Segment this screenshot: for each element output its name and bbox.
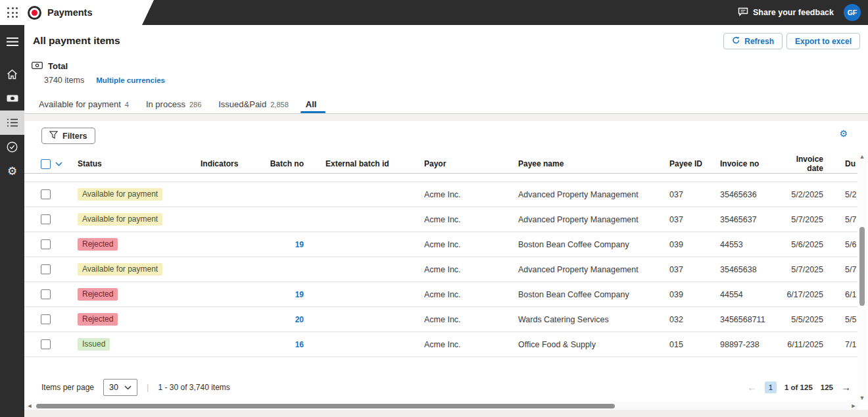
batch-no-link[interactable]: 19 [295, 290, 304, 299]
total-summary: Total 3740 items Multiple currencies [32, 61, 165, 85]
sidebar-menu-toggle[interactable] [0, 30, 24, 54]
tab-all[interactable]: All [301, 97, 326, 113]
sidebar-item-payment-items[interactable] [0, 110, 24, 135]
batch-no-link[interactable]: 20 [295, 315, 304, 324]
status-badge: Rejected [78, 238, 118, 251]
app-logo-icon [28, 6, 41, 20]
cell-invoice-no: 3456568711 [720, 307, 779, 332]
col-payee-name[interactable]: Payee name [518, 155, 669, 174]
row-checkbox[interactable] [41, 239, 51, 249]
table-body: Available for payment Acme Inc. Advanced… [24, 182, 857, 357]
refresh-button[interactable]: Refresh [723, 33, 783, 49]
vertical-scrollbar[interactable]: ▲ ▼ [857, 153, 867, 402]
user-avatar[interactable]: GF [844, 4, 861, 21]
cell-invoice-no: 35465636 [720, 182, 779, 207]
prev-page-arrow[interactable]: ← [747, 382, 757, 392]
cell-invoice-no: 35465637 [720, 207, 779, 232]
total-label: Total [48, 61, 68, 71]
sidebar-item-payments[interactable] [0, 86, 24, 110]
cell-payee-id: 039 [669, 232, 720, 257]
cell-external-batch-id [309, 232, 424, 257]
next-page-arrow[interactable]: → [841, 382, 851, 392]
scroll-down-icon[interactable]: ▼ [857, 394, 867, 402]
banknote-icon [7, 95, 18, 102]
row-checkbox[interactable] [41, 289, 51, 299]
table-row: Rejected 19 Acme Inc. Boston Bean Coffee… [24, 282, 857, 307]
batch-no-link[interactable]: 19 [295, 240, 304, 249]
batch-no-link[interactable]: 16 [295, 340, 304, 349]
brand-area: Payments [0, 0, 158, 25]
cell-due-date: 5/2 [829, 182, 857, 207]
cell-indicators [201, 182, 260, 207]
row-checkbox[interactable] [41, 264, 51, 274]
col-due-date[interactable]: Du [829, 155, 857, 174]
cell-invoice-date: 6/17/2025 [779, 282, 829, 307]
col-batch-no[interactable]: Batch no [260, 155, 309, 174]
table-row: Available for payment Acme Inc. Advanced… [24, 207, 857, 232]
filters-button[interactable]: Filters [41, 128, 95, 144]
bottom-strip [24, 410, 868, 417]
selection-menu-chevron-icon[interactable] [55, 159, 62, 168]
cell-payee-name: Boston Bean Coffee Company [518, 232, 669, 257]
cell-indicators [201, 232, 260, 257]
last-page-button[interactable]: 125 [821, 383, 833, 391]
cell-payor: Acme Inc. [424, 332, 518, 357]
sidebar-item-home[interactable] [0, 62, 24, 86]
col-invoice-no[interactable]: Invoice no [720, 155, 779, 174]
horizontal-scrollbar[interactable]: ◄ ► [24, 402, 859, 410]
app-launcher-icon[interactable] [7, 7, 18, 18]
cell-invoice-date: 5/6/2025 [779, 232, 829, 257]
cell-external-batch-id [309, 332, 424, 357]
scroll-left-icon[interactable]: ◄ [26, 402, 34, 410]
tab-issued-paid[interactable]: Issued&Paid 2,858 [213, 97, 294, 113]
scroll-up-icon[interactable]: ▲ [857, 153, 867, 160]
col-status[interactable]: Status [74, 155, 201, 174]
col-indicators[interactable]: Indicators [201, 155, 260, 174]
cell-external-batch-id [309, 282, 424, 307]
tab-in-process[interactable]: In process 286 [141, 97, 206, 113]
payment-items-table: Status Indicators Batch no External batc… [24, 155, 857, 357]
home-icon [7, 69, 18, 80]
col-payor[interactable]: Payor [424, 155, 518, 174]
cell-payor: Acme Inc. [424, 182, 518, 207]
row-checkbox[interactable] [41, 314, 51, 324]
cell-invoice-date: 5/7/2025 [779, 257, 829, 282]
cell-due-date: 5/5 [829, 307, 857, 332]
vertical-scrollbar-thumb[interactable] [859, 227, 865, 306]
multiple-currencies-link[interactable]: Multiple currencies [96, 76, 165, 84]
sidebar-item-settings[interactable]: ⚙ [0, 159, 24, 184]
row-checkbox[interactable] [41, 189, 51, 199]
current-page-box[interactable]: 1 [765, 381, 777, 393]
cell-payee-id: 037 [669, 207, 720, 232]
row-checkbox[interactable] [41, 214, 51, 224]
cell-indicators [201, 307, 260, 332]
table-row: Available for payment Acme Inc. Advanced… [24, 182, 857, 207]
sidebar-item-approvals[interactable] [0, 135, 24, 159]
tab-available-for-payment[interactable]: Available for payment 4 [34, 97, 134, 113]
col-invoice-date[interactable]: Invoice date [779, 155, 829, 174]
payment-items-panel: Filters ⚙ Status Indicators [24, 121, 868, 410]
top-bar: Share your feedback GF Payments [0, 0, 868, 25]
cell-external-batch-id [309, 307, 424, 332]
header-spacer [24, 174, 857, 182]
cell-payee-name: Office Food & Supply [518, 332, 669, 357]
export-to-excel-button[interactable]: Export to excel [786, 33, 860, 49]
status-badge: Available for payment [78, 188, 162, 201]
cell-payor: Acme Inc. [424, 307, 518, 332]
gear-icon: ⚙ [7, 166, 17, 177]
col-external-batch-id[interactable]: External batch id [309, 155, 424, 174]
scroll-right-icon[interactable]: ► [850, 402, 857, 410]
col-payee-id[interactable]: Payee ID [669, 155, 720, 174]
items-per-page-select[interactable]: 30 [103, 379, 137, 396]
select-all-checkbox[interactable] [41, 159, 51, 169]
horizontal-scrollbar-thumb[interactable] [36, 404, 615, 408]
cell-indicators [201, 332, 260, 357]
row-checkbox[interactable] [41, 339, 51, 349]
cell-payee-name: Boston Bean Coffee Company [518, 282, 669, 307]
status-tabs: Available for payment 4 In process 286 I… [24, 97, 868, 114]
share-feedback-button[interactable]: Share your feedback [738, 7, 834, 18]
cell-payee-id: 015 [669, 332, 720, 357]
feedback-bubble-icon [738, 7, 748, 18]
cell-payee-name: Advanced Property Management [518, 207, 669, 232]
table-settings-gear-icon[interactable]: ⚙ [839, 129, 848, 138]
